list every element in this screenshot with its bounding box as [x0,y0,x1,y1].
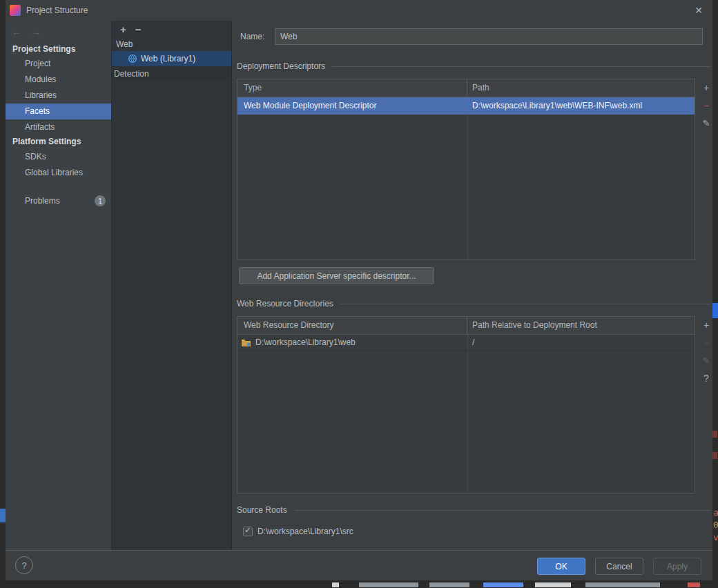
sidebar-item-artifacts[interactable]: Artifacts [6,119,111,135]
tree-item-detection[interactable]: Detection [112,66,231,81]
sidebar-item-modules[interactable]: Modules [6,72,111,88]
background-left-blue-block [0,509,6,522]
resource-directory-path: D:\workspace\Library1\web [255,337,356,347]
background-edge-letter: v [713,533,718,542]
section-rule [294,510,711,511]
source-roots-section-header: Source Roots [237,504,711,516]
close-button[interactable]: ✕ [692,5,706,16]
column-header-type: Type [237,79,467,97]
problems-label: Problems [25,196,60,206]
table-header: Web Resource Directory Path Relative to … [237,317,695,335]
edit-resource-button[interactable]: ✎ [699,353,714,367]
source-root-label: D:\workspace\Library1\src [258,527,353,536]
source-root-checkbox[interactable]: ✓ [243,527,253,536]
history-nav: ← → [11,23,41,40]
sidebar-item-sdks[interactable]: SDKs [6,149,111,165]
source-root-row: ✓ D:\workspace\Library1\src [243,525,353,538]
sidebar-item-libraries[interactable]: Libraries [6,88,111,104]
web-facet-icon [128,54,137,63]
dialog-titlebar: Project Structure ✕ [6,0,712,21]
cell-descriptor-path: D:\workspace\Library1\web\WEB-INF\web.xm… [467,97,695,115]
column-header-path: Path [467,79,695,97]
section-header-platform-settings: Platform Settings [6,134,111,149]
remove-resource-button[interactable]: − [699,336,714,350]
section-header-project-settings: Project Settings [6,41,111,57]
remove-facet-button[interactable]: − [135,24,142,35]
add-app-server-descriptor-button[interactable]: Add Application Server specific descript… [239,267,434,284]
column-divider [467,97,468,259]
back-button[interactable]: ← [11,26,22,37]
cell-descriptor-type: Web Module Deployment Descriptor [237,97,467,115]
column-header-directory: Web Resource Directory [237,317,467,334]
background-code-fragment [712,431,717,438]
column-header-relative-path: Path Relative to Deployment Root [467,317,695,334]
remove-descriptor-button[interactable]: − [699,99,714,112]
facets-tree-panel: + − Web Web (Library1) Detection [112,21,232,550]
sidebar-item-facets[interactable]: Facets [6,104,111,119]
web-folder-icon [241,338,251,347]
cell-relative-path: / [467,335,695,350]
footer-divider [6,550,712,551]
cell-resource-directory: D:\workspace\Library1\web [237,335,467,350]
help-resource-button[interactable]: ? [699,371,714,385]
dialog-title: Project Structure [26,6,88,15]
section-title: Deployment Descriptors [237,61,325,71]
section-rule [332,66,711,67]
table-body: Web Module Deployment Descriptor D:\work… [237,97,695,259]
add-descriptor-button[interactable]: + [699,81,714,95]
sidebar-item-problems[interactable]: Problems 1 [6,193,111,209]
web-resource-directories-table: Web Resource Directory Path Relative to … [237,316,695,493]
table-row[interactable]: D:\workspace\Library1\web / [237,335,695,351]
background-edge-letter: 0 [713,520,718,530]
web-resource-directories-section-header: Web Resource Directories [237,298,711,309]
deployment-descriptors-table: Type Path Web Module Deployment Descript… [237,79,695,260]
tree-toolbar: + − [112,21,142,37]
add-resource-button[interactable]: + [699,318,714,332]
tree-group-web[interactable]: Web [112,37,231,51]
table-row[interactable]: Web Module Deployment Descriptor D:\work… [237,97,695,115]
section-rule [340,304,711,304]
background-code-fragment [359,582,418,587]
background-code-fragment [429,582,469,587]
background-code-fragment [688,582,700,587]
name-input[interactable] [275,28,703,45]
background-code-fragment [332,582,339,587]
add-facet-button[interactable]: + [120,24,126,35]
tree-item-web-library1[interactable]: Web (Library1) [112,51,231,66]
background-code-fragment [712,452,717,459]
tree-item-label: Web (Library1) [141,54,195,63]
project-structure-dialog: Project Structure ✕ ← → Project Settings… [6,0,712,580]
background-edge-letter: a [713,508,718,518]
deployment-descriptors-section-header: Deployment Descriptors [237,61,711,72]
cancel-button[interactable]: Cancel [595,558,643,575]
table-body: D:\workspace\Library1\web / [237,335,695,492]
background-code-fragment [585,582,660,587]
sidebar-item-global-libraries[interactable]: Global Libraries [6,165,111,181]
problems-count-badge: 1 [95,195,106,206]
intellij-logo-icon [10,5,21,16]
forward-button[interactable]: → [30,26,41,37]
section-title: Source Roots [237,505,287,515]
background-right-blue-block [712,303,718,318]
edit-descriptor-button[interactable]: ✎ [699,116,714,130]
settings-sidebar: ← → Project Settings Project Modules Lib… [6,21,112,550]
name-label: Name: [240,28,264,45]
apply-button[interactable]: Apply [653,558,701,575]
checkmark-icon: ✓ [244,525,251,535]
sidebar-item-project[interactable]: Project [6,56,111,72]
ok-button[interactable]: OK [537,558,585,575]
help-icon: ? [21,560,26,571]
help-button[interactable]: ? [15,556,33,574]
section-title: Web Resource Directories [237,299,333,308]
background-code-fragment [535,582,571,587]
column-divider [467,335,468,492]
background-code-fragment [483,582,523,587]
table-header: Type Path [237,79,695,97]
